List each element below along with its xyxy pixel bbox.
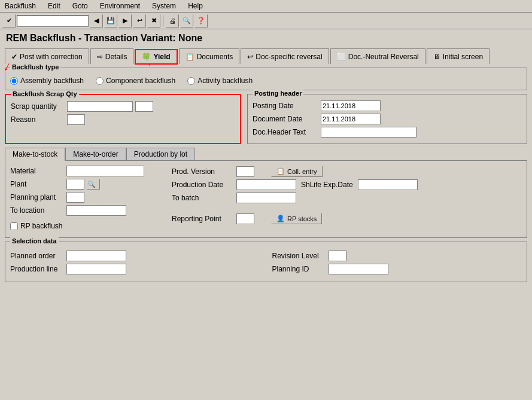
posting-date-row: Posting Date 21.11.2018 xyxy=(253,100,522,111)
scrap-quantity-label: Scrap quantity xyxy=(11,102,65,111)
material-label: Material xyxy=(10,167,64,175)
revision-level-input[interactable] xyxy=(329,251,346,261)
page-title: REM Backflush - Transaction Variant: Non… xyxy=(0,29,532,46)
selection-data-grid: Planned order Production line Revision L… xyxy=(10,248,522,277)
tab-details[interactable]: ⇨ Details xyxy=(90,48,134,64)
to-location-row: To location xyxy=(10,205,166,216)
toolbar-sep1 xyxy=(163,16,163,26)
to-batch-label: To batch xyxy=(172,194,232,202)
reason-input[interactable] xyxy=(67,114,85,125)
tab-yield-icon: 🍀 xyxy=(142,53,151,61)
sel-left-col: Planned order Production line xyxy=(10,251,260,277)
toolbar-input[interactable] xyxy=(17,15,89,27)
plant-input[interactable] xyxy=(66,179,84,190)
doc-header-text-label: Doc.Header Text xyxy=(253,128,318,136)
tab-doc-specific-label: Doc-specific reversal xyxy=(256,53,322,61)
coll-entry-label: Coll. entry xyxy=(287,168,317,175)
toolbar-nav-right[interactable]: ▶ xyxy=(118,14,132,28)
posting-date-label: Posting Date xyxy=(253,102,318,110)
posting-header-section: Posting header Posting Date 21.11.2018 D… xyxy=(247,94,527,144)
tab-doc-specific[interactable]: ↩ Doc-specific reversal xyxy=(241,48,329,64)
toolbar-save-btn[interactable]: 💾 xyxy=(104,14,117,28)
menu-goto[interactable]: Goto xyxy=(70,1,90,11)
material-row: Material xyxy=(10,166,166,176)
tab-documents[interactable]: 📋 Documents xyxy=(179,48,240,64)
selection-data-title: Selection data xyxy=(10,237,59,245)
selection-data-section: Selection data Planned order Production … xyxy=(5,242,527,282)
document-date-input[interactable]: 21.11.2018 xyxy=(321,114,381,124)
inner-tab-area: Make-to-stock Make-to-order Production b… xyxy=(5,148,527,238)
rp-stocks-btn[interactable]: 👤 RP stocks xyxy=(271,213,322,224)
radio-activity-label: Activity backflush xyxy=(197,77,253,85)
doc-header-text-input[interactable] xyxy=(321,127,417,138)
radio-component[interactable]: Component backflush xyxy=(96,77,175,85)
radio-assembly[interactable]: Assembly backflush xyxy=(10,77,84,85)
coll-entry-icon: 📋 xyxy=(276,167,285,175)
posting-date-input[interactable]: 21.11.2018 xyxy=(321,100,381,111)
scrap-quantity-input[interactable] xyxy=(67,101,133,112)
menu-edit[interactable]: Edit xyxy=(45,1,63,11)
shlife-label: ShLife Exp.Date xyxy=(301,181,353,189)
prod-version-input[interactable] xyxy=(236,166,254,177)
radio-activity-input[interactable] xyxy=(187,77,195,85)
scrap-quantity-unit[interactable] xyxy=(135,101,153,112)
sel-right-col: Revision Level Planning ID xyxy=(272,251,522,277)
tab-yield-label: Yield xyxy=(153,53,170,61)
reporting-point-input[interactable] xyxy=(236,213,254,224)
planning-id-input[interactable] xyxy=(329,264,388,274)
planned-order-row: Planned order xyxy=(10,251,260,261)
production-line-input[interactable] xyxy=(66,264,126,274)
inner-tab-production-by-lot[interactable]: Production by lot xyxy=(126,148,195,160)
plant-search-btn[interactable]: 🔍 xyxy=(87,179,100,190)
menu-system[interactable]: System xyxy=(150,1,178,11)
inner-tab-make-to-stock[interactable]: Make-to-stock xyxy=(5,148,65,161)
radio-activity[interactable]: Activity backflush xyxy=(187,77,253,85)
menu-environment[interactable]: Environment xyxy=(98,1,142,11)
to-batch-row: To batch xyxy=(172,193,522,203)
rp-backflush-checkbox[interactable] xyxy=(10,222,18,230)
planned-order-label: Planned order xyxy=(10,252,64,260)
toolbar-cancel-btn[interactable]: ✖ xyxy=(147,14,160,28)
to-location-input[interactable] xyxy=(66,205,126,216)
form-columns: Material Plant 🔍 Planning plant xyxy=(10,166,522,233)
reason-label: Reason xyxy=(11,115,65,124)
toolbar-nav-left[interactable]: ◀ xyxy=(90,14,103,28)
revision-level-label: Revision Level xyxy=(272,252,326,260)
to-batch-input[interactable] xyxy=(236,193,296,203)
tab-doc-neutral[interactable]: ⬜ Doc.-Neutral Reversal xyxy=(330,48,425,64)
reporting-point-label: Reporting Point xyxy=(172,215,232,223)
planning-id-row: Planning ID xyxy=(272,264,522,274)
tab-yield[interactable]: 🍀 Yield xyxy=(135,49,177,65)
planned-order-input[interactable] xyxy=(66,251,126,261)
rp-backflush-label: RP backflush xyxy=(20,222,62,230)
tab-doc-specific-icon: ↩ xyxy=(247,53,253,61)
radio-component-input[interactable] xyxy=(96,77,104,85)
coll-entry-btn[interactable]: 📋 Coll. entry xyxy=(271,166,323,177)
inner-tab-make-to-order[interactable]: Make-to-order xyxy=(65,148,126,160)
radio-component-label: Component backflush xyxy=(106,77,175,85)
rp-stocks-icon: 👤 xyxy=(276,215,285,222)
toolbar-back-btn[interactable]: ↩ xyxy=(133,14,146,28)
planning-plant-input[interactable] xyxy=(66,192,84,203)
to-location-label: To location xyxy=(10,206,64,215)
tab-doc-neutral-label: Doc.-Neutral Reversal xyxy=(348,53,419,61)
toolbar: ✔ ◀ 💾 ▶ ↩ ✖ 🖨 🔍 ❓ xyxy=(0,13,532,29)
tab-initial-screen[interactable]: 🖥 Initial screen xyxy=(427,48,490,64)
toolbar-find-btn[interactable]: 🔍 xyxy=(180,14,193,28)
production-date-input[interactable] xyxy=(236,179,296,190)
backflush-type-section: Backflush type ↓ Assembly backflush Comp… xyxy=(5,68,527,90)
toolbar-print-btn[interactable]: 🖨 xyxy=(166,14,179,28)
tab-bar: ✔ Post with correction ⇨ Details 🍀 Yield… xyxy=(0,46,532,64)
production-line-row: Production line xyxy=(10,264,260,274)
toolbar-check-btn[interactable]: ✔ xyxy=(2,14,16,28)
menu-backflush[interactable]: Backflush xyxy=(2,1,38,11)
radio-assembly-input[interactable] xyxy=(10,77,18,85)
shlife-input[interactable] xyxy=(358,179,418,190)
planning-id-label: Planning ID xyxy=(272,265,326,273)
tab-post-correction[interactable]: ✔ Post with correction xyxy=(5,48,89,64)
menu-help[interactable]: Help xyxy=(186,1,205,11)
production-date-row: Production Date ShLife Exp.Date xyxy=(172,179,522,190)
material-input[interactable] xyxy=(66,166,144,176)
toolbar-help-btn[interactable]: ❓ xyxy=(194,14,208,28)
prod-version-label: Prod. Version xyxy=(172,167,232,176)
